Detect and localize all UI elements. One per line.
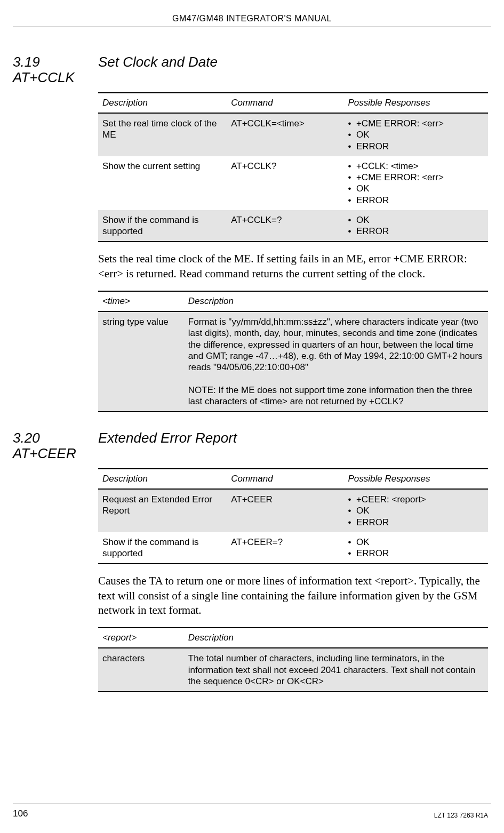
- section-title: Extended Error Report: [98, 430, 237, 446]
- page: GM47/GM48 INTEGRATOR'S MANUAL 3.19 AT+CC…: [0, 0, 504, 833]
- cell-command: AT+CCLK=<time>: [227, 113, 343, 156]
- response-item: ERROR: [348, 548, 484, 559]
- cell-description: Format is "yy/mm/dd,hh:mm:ss±zz", where …: [184, 311, 488, 412]
- command-table-ceer: Description Command Possible Responses R…: [98, 468, 488, 564]
- cell-command: AT+CCLK=?: [227, 210, 343, 242]
- table-header-row: <time> Description: [98, 291, 488, 311]
- section-spacer: [13, 412, 488, 430]
- response-item: OK: [348, 536, 484, 548]
- section-body-3-19: Description Command Possible Responses S…: [98, 92, 488, 412]
- command-table-cclk: Description Command Possible Responses S…: [98, 92, 488, 242]
- table-row: Set the real time clock of the ME AT+CCL…: [98, 113, 488, 156]
- response-item: OK: [348, 214, 484, 226]
- response-item: +CME ERROR: <err>: [348, 118, 484, 129]
- col-responses: Possible Responses: [344, 469, 488, 489]
- param-table-report: <report> Description characters The tota…: [98, 627, 488, 692]
- response-item: OK: [348, 183, 484, 194]
- table-row: characters The total number of character…: [98, 648, 488, 692]
- cell-param: string type value: [98, 311, 184, 412]
- cell-description: Show if the command is supported: [98, 532, 227, 564]
- col-command: Command: [227, 469, 343, 489]
- col-description: Description: [184, 291, 488, 311]
- cell-responses: +CME ERROR: <err> OK ERROR: [344, 113, 488, 156]
- cell-param: characters: [98, 648, 184, 692]
- running-header: GM47/GM48 INTEGRATOR'S MANUAL: [0, 14, 504, 23]
- cell-description: Show the current setting: [98, 156, 227, 210]
- param-table-time: <time> Description string type value For…: [98, 291, 488, 412]
- table-row: Show if the command is supported AT+CCLK…: [98, 210, 488, 242]
- section-paragraph: Causes the TA to return one or more line…: [98, 574, 488, 618]
- col-param: <report>: [98, 628, 184, 648]
- response-item: +CME ERROR: <err>: [348, 172, 484, 183]
- section-body-3-20: Description Command Possible Responses R…: [98, 468, 488, 692]
- section-heading-3-19: 3.19 AT+CCLK Set Clock and Date: [13, 54, 488, 85]
- header-rule: [13, 27, 491, 27]
- col-description: Description: [184, 628, 488, 648]
- cell-command: AT+CEER=?: [227, 532, 343, 564]
- cell-description: The total number of characters, includin…: [184, 648, 488, 692]
- col-command: Command: [227, 93, 343, 113]
- col-description: Description: [98, 469, 227, 489]
- table-row: Show if the command is supported AT+CEER…: [98, 532, 488, 564]
- section-number: 3.20 AT+CEER: [13, 430, 98, 461]
- response-item: OK: [348, 129, 484, 140]
- table-header-row: Description Command Possible Responses: [98, 93, 488, 113]
- cell-responses: OK ERROR: [344, 532, 488, 564]
- response-item: ERROR: [348, 226, 484, 237]
- footer-rule: [13, 804, 491, 804]
- response-item: ERROR: [348, 517, 484, 528]
- table-row: Show the current setting AT+CCLK? +CCLK:…: [98, 156, 488, 210]
- response-item: ERROR: [348, 195, 484, 206]
- response-item: +CEER: <report>: [348, 494, 484, 505]
- table-row: string type value Format is "yy/mm/dd,hh…: [98, 311, 488, 412]
- response-item: +CCLK: <time>: [348, 161, 484, 172]
- cell-description: Show if the command is supported: [98, 210, 227, 242]
- cell-responses: +CEER: <report> OK ERROR: [344, 489, 488, 532]
- section-number: 3.19 AT+CCLK: [13, 54, 98, 85]
- cell-description: Request an Extended Error Report: [98, 489, 227, 532]
- table-header-row: <report> Description: [98, 628, 488, 648]
- cell-command: AT+CCLK?: [227, 156, 343, 210]
- cell-command: AT+CEER: [227, 489, 343, 532]
- cell-description: Set the real time clock of the ME: [98, 113, 227, 156]
- col-responses: Possible Responses: [344, 93, 488, 113]
- col-param: <time>: [98, 291, 184, 311]
- section-title: Set Clock and Date: [98, 54, 218, 70]
- cell-responses: OK ERROR: [344, 210, 488, 242]
- section-heading-3-20: 3.20 AT+CEER Extended Error Report: [13, 430, 488, 461]
- param-desc-main: Format is "yy/mm/dd,hh:mm:ss±zz", where …: [188, 317, 483, 372]
- table-row: Request an Extended Error Report AT+CEER…: [98, 489, 488, 532]
- param-desc-note: NOTE: If the ME does not support time zo…: [188, 385, 473, 406]
- document-id: LZT 123 7263 R1A: [434, 812, 488, 819]
- col-description: Description: [98, 93, 227, 113]
- response-item: OK: [348, 505, 484, 516]
- response-item: ERROR: [348, 141, 484, 152]
- content-area: 3.19 AT+CCLK Set Clock and Date Descript…: [13, 54, 488, 692]
- cell-responses: +CCLK: <time> +CME ERROR: <err> OK ERROR: [344, 156, 488, 210]
- page-number: 106: [13, 808, 28, 819]
- table-header-row: Description Command Possible Responses: [98, 469, 488, 489]
- section-paragraph: Sets the real time clock of the ME. If s…: [98, 252, 488, 281]
